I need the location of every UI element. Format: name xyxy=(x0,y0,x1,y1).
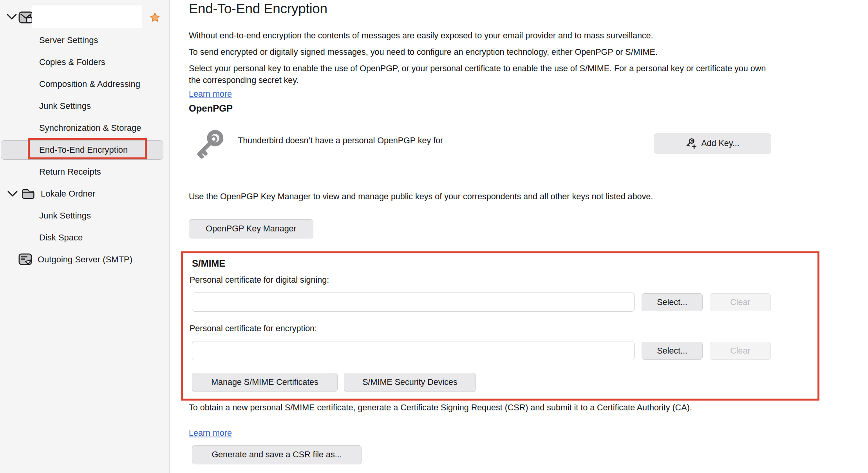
openpgp-heading: OpenPGP xyxy=(189,103,233,114)
sidebar-item-copies-folders[interactable]: Copies & Folders xyxy=(0,51,169,73)
account-mail-lock-icon xyxy=(18,10,34,25)
encryption-clear-button[interactable]: Clear xyxy=(710,342,771,360)
sidebar-item-label: Composition & Addressing xyxy=(39,79,140,89)
sidebar-item-label: Return Receipts xyxy=(39,167,101,177)
folder-icon xyxy=(21,188,35,200)
sidebar-item-label: Lokale Ordner xyxy=(41,189,95,199)
chevron-down-icon[interactable] xyxy=(6,13,17,20)
end-to-end-encryption-panel: End-To-End Encryption Without end-to-end… xyxy=(170,0,868,473)
sidebar-item-end-to-end-encryption[interactable]: End-To-End Encryption xyxy=(0,139,169,161)
intro-paragraph-1: Without end-to-end encryption the conten… xyxy=(189,30,773,42)
sidebar-item-junk-settings[interactable]: Junk Settings xyxy=(0,95,169,117)
encryption-certificate-input[interactable] xyxy=(192,341,635,360)
smime-security-devices-button[interactable]: S/MIME Security Devices xyxy=(344,373,476,392)
account-row[interactable] xyxy=(0,0,169,29)
csr-text: To obtain a new personal S/MIME certific… xyxy=(189,402,773,413)
sidebar-item-label: End-To-End Encryption xyxy=(39,145,128,155)
smtp-send-icon xyxy=(18,253,33,267)
add-key-icon xyxy=(685,137,697,150)
openpgp-key-manager-button[interactable]: OpenPGP Key Manager xyxy=(189,219,313,238)
sidebar-item-label: Outgoing Server (SMTP) xyxy=(38,255,132,265)
sidebar-item-label: Junk Settings xyxy=(39,101,91,111)
sidebar: Server Settings Copies & Folders Composi… xyxy=(0,0,170,473)
add-key-button[interactable]: Add Key... xyxy=(654,134,771,153)
page-title: End-To-End Encryption xyxy=(189,1,327,16)
learn-more-link-csr[interactable]: Learn more xyxy=(189,428,232,438)
encryption-select-button[interactable]: Select... xyxy=(642,342,703,360)
sidebar-item-local-folders[interactable]: Lokale Ordner xyxy=(0,183,169,205)
add-key-button-label: Add Key... xyxy=(701,139,740,148)
settings-nav: Server Settings Copies & Folders Composi… xyxy=(0,29,169,271)
generate-csr-button[interactable]: Generate and save a CSR file as... xyxy=(192,445,362,464)
favorite-star-icon xyxy=(150,12,160,23)
sidebar-item-label: Junk Settings xyxy=(39,211,91,221)
sidebar-item-local-junk-settings[interactable]: Junk Settings xyxy=(0,205,169,227)
account-name-redacted xyxy=(32,5,142,28)
manage-smime-certificates-button[interactable]: Manage S/MIME Certificates xyxy=(192,373,338,392)
chevron-down-icon[interactable] xyxy=(7,190,18,197)
intro-paragraph-2: To send encrypted or digitally signed me… xyxy=(189,46,773,58)
sidebar-item-label: Copies & Folders xyxy=(39,57,105,67)
sidebar-item-outgoing-server[interactable]: Outgoing Server (SMTP) xyxy=(0,249,169,271)
signing-clear-button[interactable]: Clear xyxy=(710,293,771,311)
key-manager-text: Use the OpenPGP Key Manager to view and … xyxy=(189,191,776,202)
sidebar-item-return-receipts[interactable]: Return Receipts xyxy=(0,161,169,183)
encryption-certificate-label: Personal certificate for encryption: xyxy=(190,324,317,334)
signing-certificate-label: Personal certificate for digital signing… xyxy=(190,275,329,285)
signing-select-button[interactable]: Select... xyxy=(642,293,703,311)
sidebar-item-disk-space[interactable]: Disk Space xyxy=(0,227,169,249)
sidebar-item-synchronization-storage[interactable]: Synchronization & Storage xyxy=(0,117,169,139)
smime-heading: S/MIME xyxy=(192,258,225,269)
openpgp-key-icon xyxy=(190,125,226,165)
learn-more-link-top[interactable]: Learn more xyxy=(189,89,232,99)
intro-paragraph-3: Select your personal key to enable the u… xyxy=(189,63,773,86)
sidebar-item-label: Synchronization & Storage xyxy=(39,123,141,133)
annotation-box-smime: S/MIME Personal certificate for digital … xyxy=(181,251,819,401)
openpgp-status-text: Thunderbird doesn’t have a personal Open… xyxy=(238,135,443,146)
sidebar-item-composition-addressing[interactable]: Composition & Addressing xyxy=(0,73,169,95)
sidebar-item-label: Disk Space xyxy=(39,233,83,243)
sidebar-item-label: Server Settings xyxy=(39,35,98,45)
signing-certificate-input[interactable] xyxy=(192,292,635,312)
sidebar-item-server-settings[interactable]: Server Settings xyxy=(0,29,169,51)
